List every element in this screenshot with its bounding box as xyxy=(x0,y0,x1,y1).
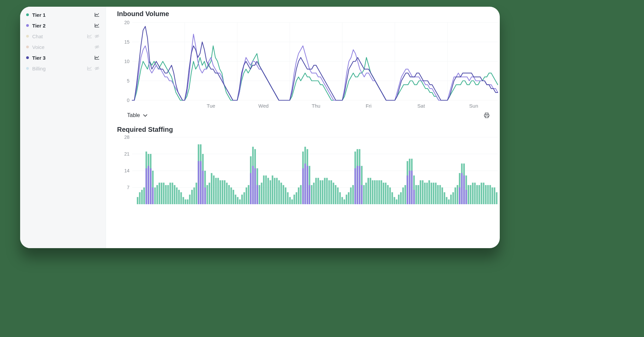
required-staffing-svg: 7142128 xyxy=(117,135,499,206)
svg-text:Thu: Thu xyxy=(312,103,320,109)
series-color-dot xyxy=(26,67,29,70)
staffing-bar-overlay xyxy=(150,168,152,204)
staffing-bar xyxy=(341,197,343,204)
staffing-bar-overlay xyxy=(257,185,258,204)
sidebar-item-tier-2[interactable]: Tier 2 xyxy=(20,20,106,31)
staffing-bar xyxy=(383,183,384,204)
staffing-bar xyxy=(428,180,430,204)
staffing-bar xyxy=(248,185,250,204)
staffing-bar xyxy=(272,175,273,204)
sidebar-item-billing[interactable]: Billing xyxy=(20,63,106,74)
svg-rect-29 xyxy=(485,113,488,114)
sidebar-item-label: Billing xyxy=(32,66,46,71)
staffing-bar xyxy=(405,185,406,204)
staffing-bar xyxy=(169,183,171,204)
staffing-bar xyxy=(472,183,474,204)
series-color-dot xyxy=(26,24,29,27)
staffing-bar xyxy=(448,200,450,204)
staffing-bar-overlay xyxy=(355,168,356,204)
staffing-bar xyxy=(237,197,238,204)
app-card: Tier 1Tier 2ChatVoiceTier 3Billing Inbou… xyxy=(20,7,500,248)
staffing-bar xyxy=(435,183,437,204)
staffing-bar-overlay xyxy=(407,175,408,204)
staffing-bar xyxy=(217,178,219,204)
staffing-bar-overlay xyxy=(202,171,204,204)
sidebar-item-tier-1[interactable]: Tier 1 xyxy=(20,9,106,20)
printer-icon[interactable] xyxy=(484,113,490,118)
line-chart-icon xyxy=(94,23,100,28)
sidebar-item-chat[interactable]: Chat xyxy=(20,31,106,42)
svg-text:Tue: Tue xyxy=(207,103,215,109)
staffing-bar xyxy=(396,200,397,204)
series-tier-3 xyxy=(132,26,498,100)
staffing-bar xyxy=(374,180,376,204)
staffing-bar xyxy=(185,200,186,204)
staffing-bar xyxy=(330,180,332,204)
staffing-bar xyxy=(232,190,234,204)
staffing-bar xyxy=(174,185,175,204)
staffing-bar-overlay xyxy=(302,168,304,204)
staffing-bar-overlay xyxy=(305,164,306,204)
staffing-bar-overlay xyxy=(357,166,358,204)
staffing-bar-overlay xyxy=(459,187,461,204)
staffing-bar xyxy=(196,183,197,204)
staffing-bar xyxy=(300,185,302,204)
staffing-bar xyxy=(494,187,495,204)
staffing-bar xyxy=(267,178,269,204)
staffing-bar-overlay xyxy=(466,190,467,204)
staffing-bar-overlay xyxy=(409,171,411,204)
staffing-bar xyxy=(189,194,191,204)
staffing-bar xyxy=(194,187,195,204)
staffing-bar xyxy=(387,185,389,204)
staffing-bar xyxy=(313,183,315,204)
staffing-bar xyxy=(468,185,469,204)
staffing-bar xyxy=(209,183,210,204)
staffing-bar-overlay xyxy=(250,173,252,204)
staffing-bar-overlay xyxy=(148,166,149,204)
staffing-bar xyxy=(222,180,223,204)
staffing-bar xyxy=(320,180,321,204)
line-chart-icon xyxy=(87,66,92,71)
svg-text:Sun: Sun xyxy=(469,103,478,109)
chevron-down-icon[interactable] xyxy=(143,113,148,118)
staffing-bar-overlay xyxy=(252,166,254,204)
staffing-bar xyxy=(363,185,365,204)
staffing-bar-overlay xyxy=(200,161,202,204)
staffing-bar xyxy=(156,185,158,204)
staffing-bar xyxy=(241,194,243,204)
table-toggle[interactable]: Table xyxy=(127,112,140,118)
staffing-bar xyxy=(172,183,173,204)
eye-off-icon xyxy=(94,44,100,50)
staffing-bar xyxy=(228,185,230,204)
staffing-bar xyxy=(444,192,445,204)
sidebar-item-label: Tier 3 xyxy=(32,55,46,61)
staffing-bar xyxy=(317,178,319,204)
staffing-bar xyxy=(335,185,336,204)
staffing-bar xyxy=(235,194,236,204)
staffing-bar-overlay xyxy=(361,185,363,204)
staffing-bar xyxy=(370,178,371,204)
staffing-bar xyxy=(211,173,213,204)
staffing-bar xyxy=(328,180,330,204)
staffing-bar xyxy=(391,192,393,204)
staffing-bar xyxy=(415,185,417,204)
staffing-bar xyxy=(346,194,347,204)
staffing-bar xyxy=(230,187,232,204)
staffing-bar xyxy=(333,183,334,204)
staffing-bar xyxy=(278,180,280,204)
line-chart-icon xyxy=(87,34,92,39)
staffing-bar xyxy=(337,187,339,204)
svg-text:7: 7 xyxy=(127,185,129,190)
staffing-bar-overlay xyxy=(411,171,413,204)
staffing-bar xyxy=(270,180,271,204)
staffing-bar xyxy=(159,183,160,204)
sidebar-item-label: Voice xyxy=(32,44,45,50)
staffing-bar xyxy=(287,192,289,204)
staffing-bar xyxy=(191,190,193,204)
staffing-bar xyxy=(394,197,395,204)
staffing-bar-overlay xyxy=(309,185,310,204)
sidebar-item-tier-3[interactable]: Tier 3 xyxy=(20,52,106,63)
staffing-bar xyxy=(424,183,426,204)
sidebar-item-voice[interactable]: Voice xyxy=(20,42,106,52)
staffing-bar xyxy=(496,192,497,204)
